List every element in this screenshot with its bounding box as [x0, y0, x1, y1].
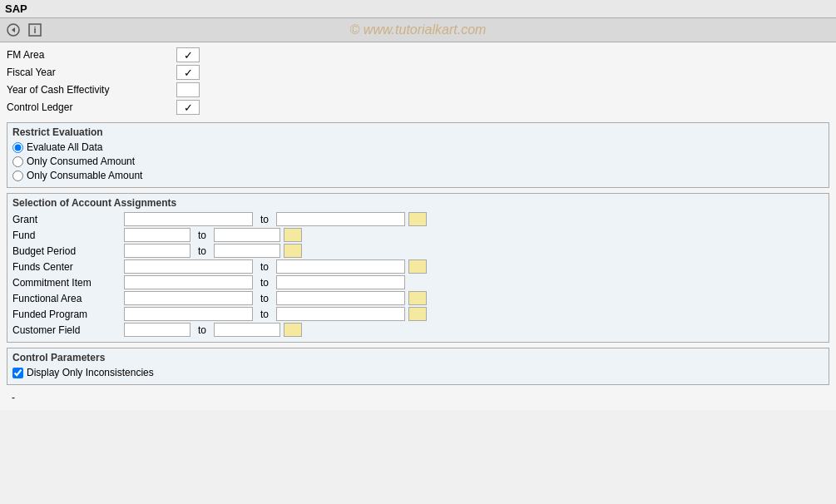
- radio-only-consumable: Only Consumable Amount: [12, 170, 824, 181]
- functional-area-row: Functional Area to: [12, 291, 824, 305]
- fm-area-label: FM Area: [7, 49, 173, 61]
- fiscal-year-check-icon: ✓: [184, 67, 193, 79]
- top-form: FM Area ✓ Fiscal Year ✓ Year of Cash Eff…: [7, 47, 829, 115]
- commitment-item-to-label: to: [256, 277, 273, 289]
- svg-marker-1: [12, 27, 15, 32]
- fiscal-year-checkbox[interactable]: ✓: [176, 65, 200, 80]
- funded-program-to-input[interactable]: [276, 307, 405, 321]
- radio-only-consumable-label: Only Consumable Amount: [27, 170, 142, 181]
- account-assignments-section: Selection of Account Assignments Grant t…: [7, 193, 829, 343]
- customer-field-to-input[interactable]: [214, 323, 280, 337]
- fund-label: Fund: [12, 230, 121, 241]
- customer-field-to-label: to: [194, 324, 210, 336]
- control-parameters-section: Control Parameters Display Only Inconsis…: [7, 348, 829, 385]
- funded-program-select-button[interactable]: [408, 307, 427, 321]
- watermark: © www.tutorialkart.com: [350, 22, 487, 37]
- toolbar: i © www.tutorialkart.com: [0, 18, 836, 42]
- restrict-evaluation-section: Restrict Evaluation Evaluate All Data On…: [7, 122, 829, 188]
- fund-to-label: to: [194, 230, 210, 241]
- grant-select-button[interactable]: [408, 212, 427, 226]
- fm-area-check-icon: ✓: [184, 49, 193, 62]
- year-cash-input[interactable]: [176, 82, 200, 97]
- budget-period-row: Budget Period to: [12, 244, 824, 258]
- control-ledger-label: Control Ledger: [7, 101, 173, 113]
- info-icon[interactable]: i: [27, 22, 43, 38]
- fm-area-checkbox[interactable]: ✓: [176, 47, 200, 62]
- account-assignments-title: Selection of Account Assignments: [12, 197, 824, 209]
- grant-to-label: to: [256, 214, 273, 225]
- commitment-item-from-input[interactable]: [124, 275, 253, 289]
- title-bar: SAP: [0, 0, 836, 18]
- bottom-dash: -: [7, 390, 829, 405]
- fiscal-year-label: Fiscal Year: [7, 67, 173, 78]
- funds-center-label: Funds Center: [12, 261, 121, 273]
- customer-field-select-button[interactable]: [284, 323, 302, 337]
- radio-evaluate-all: Evaluate All Data: [12, 141, 824, 153]
- radio-only-consumable-input[interactable]: [12, 170, 23, 181]
- commitment-item-label: Commitment Item: [12, 277, 121, 289]
- display-only-row: Display Only Inconsistencies: [12, 367, 824, 378]
- funded-program-row: Funded Program to: [12, 307, 824, 321]
- functional-area-to-label: to: [256, 293, 273, 304]
- fm-area-row: FM Area ✓: [7, 47, 829, 62]
- customer-field-row: Customer Field to: [12, 323, 824, 337]
- radio-evaluate-all-input[interactable]: [12, 142, 23, 153]
- budget-period-to-label: to: [194, 245, 210, 257]
- year-cash-label: Year of Cash Effectivity: [7, 84, 173, 96]
- commitment-item-to-input[interactable]: [276, 275, 405, 289]
- funded-program-to-label: to: [256, 309, 273, 320]
- control-parameters-title: Control Parameters: [12, 352, 824, 363]
- control-ledger-checkbox[interactable]: ✓: [176, 100, 200, 115]
- funded-program-label: Funded Program: [12, 309, 121, 320]
- navigate-back-icon[interactable]: [5, 22, 22, 38]
- commitment-item-row: Commitment Item to: [12, 275, 824, 289]
- functional-area-from-input[interactable]: [124, 291, 253, 305]
- budget-period-select-button[interactable]: [284, 244, 302, 258]
- year-cash-row: Year of Cash Effectivity: [7, 82, 829, 97]
- grant-row: Grant to: [12, 212, 824, 226]
- main-content: FM Area ✓ Fiscal Year ✓ Year of Cash Eff…: [0, 42, 836, 410]
- budget-period-to-input[interactable]: [214, 244, 280, 258]
- radio-only-consumed: Only Consumed Amount: [12, 156, 824, 167]
- funds-center-from-input[interactable]: [124, 259, 253, 274]
- radio-only-consumed-input[interactable]: [12, 156, 23, 167]
- control-ledger-row: Control Ledger ✓: [7, 100, 829, 115]
- fiscal-year-row: Fiscal Year ✓: [7, 65, 829, 80]
- grant-label: Grant: [12, 214, 121, 225]
- radio-evaluate-all-label: Evaluate All Data: [27, 141, 102, 153]
- control-ledger-check-icon: ✓: [184, 101, 193, 114]
- funded-program-from-input[interactable]: [124, 307, 253, 321]
- budget-period-label: Budget Period: [12, 245, 121, 257]
- grant-to-input[interactable]: [276, 212, 405, 226]
- budget-period-from-input[interactable]: [124, 244, 190, 258]
- fund-select-button[interactable]: [284, 228, 302, 242]
- display-only-label: Display Only Inconsistencies: [27, 367, 154, 378]
- display-only-checkbox[interactable]: [12, 368, 23, 378]
- functional-area-to-input[interactable]: [276, 291, 405, 305]
- app-title: SAP: [5, 2, 27, 15]
- fund-to-input[interactable]: [214, 228, 280, 242]
- svg-text:i: i: [33, 25, 36, 35]
- restrict-evaluation-title: Restrict Evaluation: [12, 126, 824, 138]
- customer-field-label: Customer Field: [12, 324, 121, 336]
- customer-field-from-input[interactable]: [124, 323, 190, 337]
- funds-center-row: Funds Center to: [12, 259, 824, 274]
- functional-area-select-button[interactable]: [408, 291, 427, 305]
- fund-row: Fund to: [12, 228, 824, 242]
- fund-from-input[interactable]: [124, 228, 190, 242]
- funds-center-to-label: to: [256, 261, 273, 273]
- radio-only-consumed-label: Only Consumed Amount: [27, 156, 135, 167]
- funds-center-to-input[interactable]: [276, 259, 405, 274]
- functional-area-label: Functional Area: [12, 293, 121, 304]
- funds-center-select-button[interactable]: [408, 259, 427, 274]
- grant-from-input[interactable]: [124, 212, 253, 226]
